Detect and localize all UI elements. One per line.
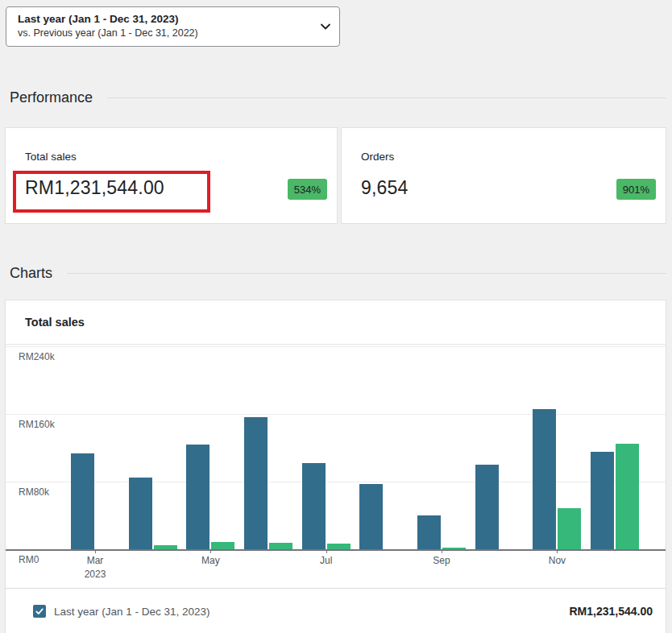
checkmark-icon (35, 606, 44, 616)
y-axis-tick-label: RM0 (19, 554, 39, 565)
chevron-down-icon (312, 20, 339, 33)
chart-header: Total sales (6, 300, 666, 345)
x-axis-tick (95, 549, 96, 553)
bar-previous-year (327, 544, 351, 549)
date-range-compare: vs. Previous year (Jan 1 - Dec 31, 2022) (18, 27, 301, 40)
date-range-dropdown[interactable]: Last year (Jan 1 - Dec 31, 2023) vs. Pre… (6, 6, 340, 47)
bar-previous-year (442, 548, 466, 549)
heading-divider (67, 273, 666, 274)
y-gridline (6, 414, 666, 415)
analytics-dashboard: Last year (Jan 1 - Dec 31, 2023) vs. Pre… (0, 0, 672, 633)
performance-section-heading: Performance (0, 88, 666, 107)
x-axis-line (6, 549, 666, 551)
total-sales-label: Total sales (25, 151, 77, 163)
chart-legend-row: Last year (Jan 1 - Dec 31, 2023) RM1,231… (6, 588, 666, 633)
heading-divider (107, 97, 666, 98)
x-axis-tick (442, 549, 442, 553)
orders-value: 9,654 (361, 177, 409, 199)
bar-current-year (186, 445, 209, 549)
date-range-text: Last year (Jan 1 - Dec 31, 2023) vs. Pre… (6, 8, 312, 45)
y-axis-tick-label: RM240k (19, 351, 55, 362)
bar-previous-year (269, 543, 292, 549)
bar-current-year (533, 409, 556, 549)
total-sales-card[interactable]: Total sales RM1,231,544.00 534% (5, 127, 338, 224)
y-gridline (6, 482, 666, 482)
y-gridline (6, 346, 666, 347)
bar-current-year (71, 453, 94, 549)
x-axis-tick-label: Sep (419, 554, 464, 568)
bar-previous-year (616, 444, 639, 549)
total-sales-chart-panel: Total sales RM240kRM160kRM80kRM0Mar2023M… (5, 300, 666, 633)
performance-heading-label: Performance (0, 89, 93, 106)
legend-series-label[interactable]: Last year (Jan 1 - Dec 31, 2023) (54, 606, 210, 618)
bar-current-year (359, 484, 383, 549)
orders-label: Orders (361, 151, 394, 163)
bar-current-year (475, 465, 499, 549)
x-axis-tick-label: Jul (304, 554, 349, 568)
x-axis-tick-label: Nov (534, 554, 579, 568)
x-axis-tick-label: May (188, 554, 233, 568)
bar-current-year (591, 452, 614, 549)
chart-title: Total sales (6, 316, 85, 329)
x-axis-tick (326, 549, 327, 553)
bar-current-year (129, 478, 152, 549)
bar-current-year (302, 463, 326, 549)
bar-previous-year (211, 542, 234, 549)
bar-current-year (417, 515, 441, 549)
charts-section-heading: Charts (0, 263, 666, 283)
bar-previous-year (154, 545, 177, 549)
chart-plot[interactable]: RM240kRM160kRM80kRM0Mar2023MayJulSepNov (6, 345, 666, 588)
date-range-primary: Last year (Jan 1 - Dec 31, 2023) (18, 13, 301, 27)
total-sales-change-badge: 534% (288, 179, 327, 200)
orders-card[interactable]: Orders 9,654 901% (341, 127, 666, 224)
total-sales-value: RM1,231,544.00 (25, 177, 164, 199)
legend-series-total: RM1,231,544.00 (569, 605, 653, 618)
x-axis-tick (210, 549, 211, 553)
y-axis-tick-label: RM160k (19, 419, 55, 430)
charts-heading-label: Charts (0, 265, 52, 282)
legend-checkbox[interactable] (33, 605, 46, 618)
y-axis-tick-label: RM80k (19, 486, 49, 498)
bar-current-year (244, 417, 268, 549)
orders-change-badge: 901% (616, 179, 656, 200)
bar-previous-year (558, 508, 581, 549)
x-axis-tick-label: Mar2023 (73, 554, 118, 582)
x-axis-tick (557, 549, 558, 553)
